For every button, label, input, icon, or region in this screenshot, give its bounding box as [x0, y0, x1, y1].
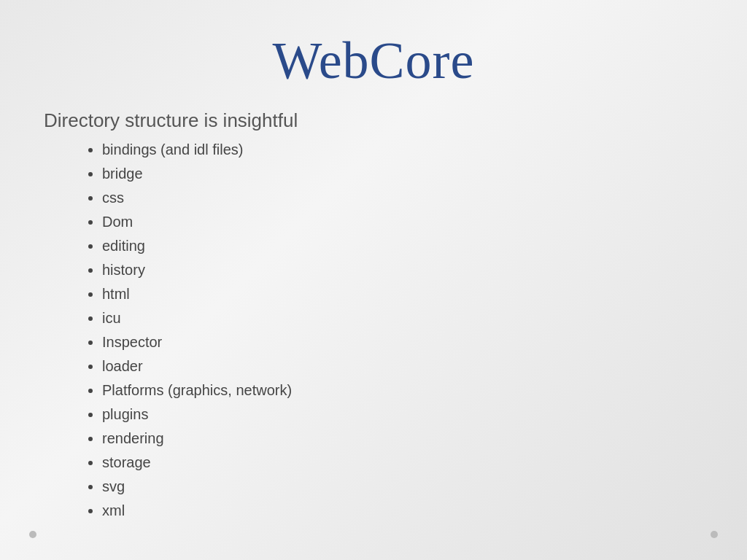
bottom-left-dot	[29, 531, 36, 538]
slide-container: WebCore Directory structure is insightfu…	[0, 0, 747, 560]
slide-subtitle: Directory structure is insightful	[44, 109, 703, 132]
list-item: storage	[102, 451, 703, 475]
list-item: editing	[102, 234, 703, 258]
bullet-list: bindings (and idl files)bridgecssDomedit…	[44, 138, 703, 523]
list-item: loader	[102, 354, 703, 378]
list-item: icu	[102, 306, 703, 330]
list-item: history	[102, 258, 703, 282]
title-area: WebCore	[44, 29, 703, 92]
list-item: bindings (and idl files)	[102, 138, 703, 162]
list-item: plugins	[102, 402, 703, 427]
slide-title: WebCore	[44, 29, 703, 92]
list-item: rendering	[102, 427, 703, 451]
bottom-decorations	[0, 531, 747, 538]
list-item: html	[102, 282, 703, 306]
list-item: css	[102, 186, 703, 210]
list-item: svg	[102, 475, 703, 499]
bottom-right-dot	[711, 531, 718, 538]
list-item: Dom	[102, 210, 703, 234]
list-item: bridge	[102, 162, 703, 186]
list-item: Platforms (graphics, network)	[102, 378, 703, 402]
list-item: xml	[102, 499, 703, 523]
list-item: Inspector	[102, 330, 703, 354]
